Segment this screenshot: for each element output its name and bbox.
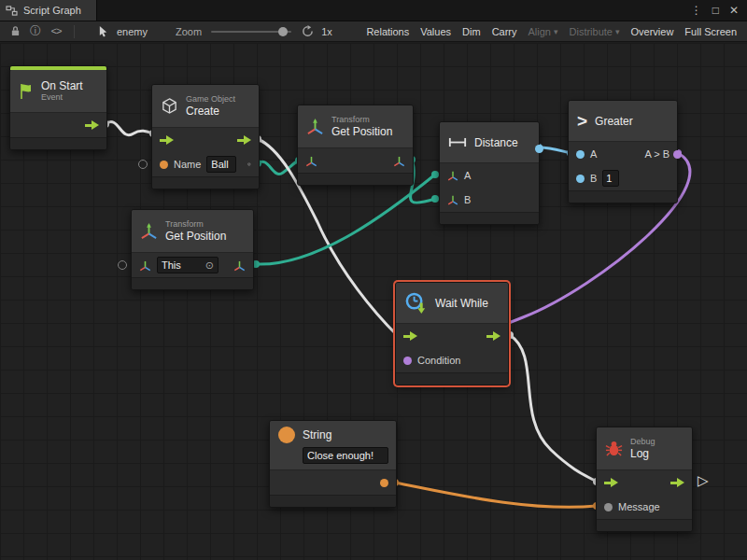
string-value-input[interactable] [303, 447, 388, 464]
script-graph-icon [6, 6, 18, 16]
node-header: String [270, 421, 396, 470]
bug-icon [605, 440, 623, 457]
node-greater[interactable]: > Greater A A > B B [568, 100, 678, 203]
string-input-port[interactable] [160, 161, 168, 169]
code-icon[interactable]: <> [49, 26, 63, 37]
graph-pointer-icon [95, 25, 110, 37]
node-footer [597, 519, 692, 531]
node-wait-while[interactable]: Wait While Condition [395, 282, 509, 385]
wire-string-to-message[interactable] [395, 483, 597, 507]
lock-icon[interactable] [7, 25, 22, 37]
name-input[interactable] [206, 156, 236, 173]
input-a-label: A [590, 148, 597, 160]
greater-icon: > [577, 111, 587, 132]
distance-output-port[interactable] [535, 145, 543, 153]
wire-waitwhile-to-log[interactable] [510, 335, 597, 482]
transform-input-port[interactable] [305, 155, 317, 167]
flow-input-port[interactable] [604, 478, 618, 488]
toolbar-buttons: Relations Values Dim Carry Align ▾ Distr… [360, 21, 742, 42]
node-distance[interactable]: Distance A B [439, 121, 540, 225]
node-game-object-create[interactable]: Game Object Create Name [151, 84, 260, 189]
node-on-start-event[interactable]: On Start Event [9, 65, 107, 150]
flow-row [597, 470, 692, 495]
wire-endpoint [431, 171, 439, 178]
bool-output-port[interactable] [673, 150, 682, 159]
close-icon[interactable]: ✕ [729, 5, 739, 16]
flow-output-port[interactable] [486, 331, 500, 342]
input-b-label: B [464, 194, 471, 205]
carry-button[interactable]: Carry [486, 21, 523, 42]
node-title: Get Position [165, 230, 226, 243]
flow-output-port[interactable] [85, 120, 99, 131]
node-subtitle: Transform [165, 219, 226, 230]
node-footer [10, 137, 106, 149]
node-get-position-bottom[interactable]: Transform Get Position This ⊙ [131, 209, 254, 290]
wire-distance-to-greater[interactable] [539, 147, 571, 153]
zoom-slider[interactable] [211, 31, 291, 33]
panel-menu-icon[interactable]: ⋮ [691, 5, 702, 16]
maximize-icon[interactable]: □ [712, 5, 719, 16]
info-icon[interactable]: ⓘ [28, 23, 43, 39]
vector3-output-port[interactable] [233, 259, 246, 272]
node-debug-log[interactable]: Debug Log Message [596, 427, 693, 532]
graph-canvas[interactable]: On Start Event Game Object Create [0, 43, 747, 560]
zoom-reset-icon[interactable] [300, 25, 315, 37]
vector3-input-port[interactable] [447, 170, 458, 181]
zoom-slider-knob[interactable] [278, 27, 288, 36]
wire-getposition-bottom-to-distance-a[interactable] [256, 175, 435, 264]
b-value-input[interactable] [602, 170, 619, 187]
zoom-label: Zoom [176, 26, 202, 37]
node-footer [298, 173, 413, 185]
dim-button[interactable]: Dim [457, 21, 486, 42]
dropdown-arrow-icon: ▾ [615, 21, 620, 42]
wire-endpoint [431, 195, 439, 203]
node-subtitle: Game Object [186, 94, 235, 105]
toolbar-divider [74, 25, 75, 38]
input-a-row: A [440, 163, 539, 188]
wire-getposition-top-to-distance-b[interactable] [410, 160, 435, 203]
values-button[interactable]: Values [415, 21, 457, 42]
string-output-port[interactable] [380, 479, 388, 487]
flow-output-port[interactable] [670, 478, 684, 488]
flow-row [152, 128, 259, 152]
align-button-label: Align [529, 21, 551, 42]
full-screen-button[interactable]: Full Screen [679, 21, 742, 42]
flow-input-port[interactable] [403, 331, 417, 342]
wire-create-to-getposition[interactable] [258, 161, 299, 175]
titlebar-controls: ⋮ □ ✕ [691, 5, 747, 16]
message-input-port[interactable] [604, 503, 613, 511]
graph-name: enemy [117, 26, 148, 37]
this-object-field[interactable]: This ⊙ [157, 257, 218, 273]
number-input-port-a[interactable] [576, 150, 585, 159]
port-row [10, 113, 106, 137]
vector3-output-port[interactable] [393, 155, 405, 167]
relations-button[interactable]: Relations [360, 21, 415, 42]
script-graph-window: Script Graph ⋮ □ ✕ ⓘ <> enemy Zoom [0, 0, 747, 560]
object-picker-icon[interactable]: ⊙ [205, 259, 214, 272]
transform-input-port[interactable] [139, 259, 151, 272]
distribute-button-label: Distribute [570, 21, 613, 42]
zoom-value: 1x [321, 26, 332, 37]
number-input-port-b[interactable] [576, 175, 585, 183]
node-string-literal[interactable]: String [269, 420, 397, 508]
flow-input-port[interactable] [160, 135, 174, 146]
align-button[interactable]: Align ▾ [523, 21, 564, 42]
distribute-button[interactable]: Distribute ▾ [564, 21, 626, 42]
vector3-input-port[interactable] [447, 194, 458, 205]
node-title: On Start [41, 79, 83, 92]
node-footer [440, 212, 539, 224]
tab-script-graph[interactable]: Script Graph [0, 0, 97, 21]
node-title: Create [186, 105, 235, 118]
condition-row: Condition [396, 348, 508, 372]
game-object-output-port[interactable] [247, 158, 251, 171]
unconnected-port[interactable] [138, 160, 148, 169]
wire-onstart-to-create[interactable] [106, 122, 153, 135]
unconnected-port[interactable] [118, 260, 127, 270]
bool-input-port[interactable] [403, 357, 412, 365]
flow-output-port[interactable] [237, 135, 251, 146]
node-footer [152, 176, 259, 189]
overview-button[interactable]: Overview [626, 21, 680, 42]
node-get-position-top[interactable]: Transform Get Position [297, 105, 414, 186]
node-header: Transform Get Position [298, 105, 413, 148]
string-icon [278, 427, 295, 443]
